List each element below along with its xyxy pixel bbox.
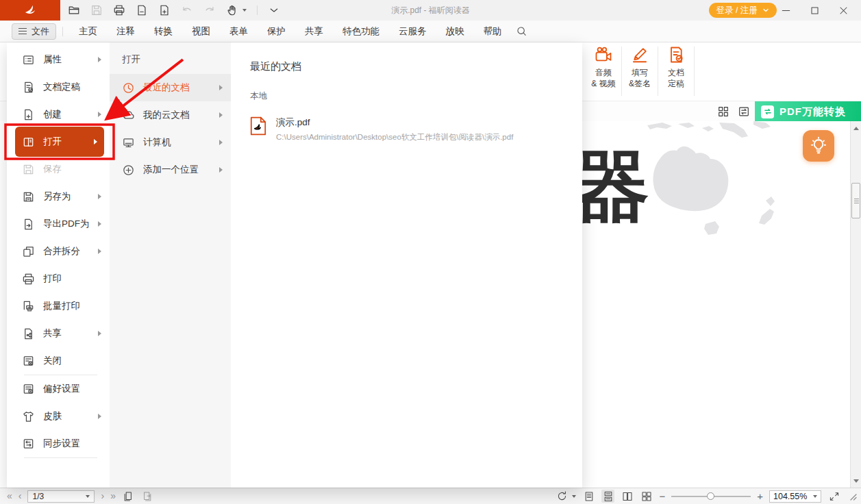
file-menu-divider: [24, 457, 97, 458]
first-page-button[interactable]: «: [7, 488, 12, 504]
save-icon: [22, 163, 35, 176]
file-menu-item-create[interactable]: 创建: [7, 101, 110, 128]
menubar-separator: [62, 27, 63, 36]
search-icon[interactable]: [513, 23, 531, 40]
menu-tab-slideshow[interactable]: 放映: [436, 25, 474, 38]
open-panel-item-computer[interactable]: 计算机: [110, 129, 231, 156]
login-register-button[interactable]: 登录 / 注册: [709, 3, 777, 18]
collapse-toolbar-chevron-icon[interactable]: [268, 4, 280, 16]
submenu-arrow-icon: [98, 194, 101, 199]
menu-tab-form[interactable]: 表单: [220, 25, 258, 38]
computer-icon: [122, 136, 135, 149]
zoom-out-button[interactable]: −: [659, 490, 665, 503]
redo-icon[interactable]: [203, 4, 216, 16]
combo-caret-icon: [813, 495, 817, 498]
menu-tab-share[interactable]: 共享: [295, 25, 333, 38]
ribbon-button-fill-sign[interactable]: 填写 &签名: [623, 45, 657, 89]
menu-tab-comment[interactable]: 注释: [107, 25, 145, 38]
menu-tab-help[interactable]: 帮助: [474, 25, 512, 38]
file-menu-item-batch-print[interactable]: 批量打印: [7, 292, 110, 320]
file-menu-item-sync-settings[interactable]: 同步设置: [7, 430, 110, 457]
zoom-slider-thumb[interactable]: [707, 492, 714, 500]
next-page-button[interactable]: ›: [101, 488, 104, 504]
file-menu-item-export-pdf[interactable]: 导出PDF为: [7, 210, 110, 238]
minimize-button[interactable]: [771, 0, 800, 21]
save-icon[interactable]: [90, 4, 103, 16]
menu-tab-view[interactable]: 视图: [182, 25, 220, 38]
file-menu-item-merge-split[interactable]: 合并拆分: [7, 238, 110, 265]
menu-tab-convert[interactable]: 转换: [145, 25, 182, 38]
local-section-label: 本地: [250, 90, 582, 102]
pdf-converter-button[interactable]: PDF万能转换: [755, 101, 861, 122]
prev-page-button[interactable]: ‹: [18, 488, 22, 504]
file-menu-item-properties[interactable]: 属性: [7, 46, 110, 73]
file-menu-item-print[interactable]: 打印: [7, 265, 110, 292]
file-menu-item-label: 属性: [43, 53, 62, 66]
multi-page-button[interactable]: [640, 490, 653, 503]
menu-tab-cloud[interactable]: 云服务: [389, 25, 436, 38]
file-menu-item-label: 另存为: [43, 190, 71, 203]
open-panel-item-label: 计算机: [143, 136, 171, 149]
share-doc-icon: [22, 327, 35, 340]
ribbon-button-doc-finalize[interactable]: 文档 定稿: [659, 45, 693, 89]
file-menu-item-skin[interactable]: 皮肤: [7, 403, 110, 430]
hand-tool-icon[interactable]: [226, 4, 238, 16]
close-doc-icon: [22, 355, 35, 368]
export-pdf-icon: [22, 218, 35, 231]
rotate-view-button[interactable]: [556, 490, 569, 503]
maximize-button[interactable]: [800, 0, 829, 21]
file-menu-item-save-as[interactable]: 另存为: [7, 183, 110, 210]
file-menu-item-close[interactable]: 关闭: [7, 347, 110, 375]
submenu-arrow-icon: [98, 331, 101, 336]
single-page-button[interactable]: [582, 490, 595, 503]
file-menu-item-open[interactable]: 打开: [15, 127, 104, 157]
recent-file-item[interactable]: 演示.pdfC:\Users\Administrator\Desktop\seo…: [250, 116, 582, 142]
hand-tool-dropdown-caret[interactable]: [242, 9, 247, 12]
page-number-combobox[interactable]: 1/3: [27, 490, 95, 503]
undo-icon[interactable]: [181, 4, 193, 16]
more-tools-grid-icon[interactable]: [716, 105, 730, 118]
close-button[interactable]: [829, 0, 858, 21]
export-doc-icon[interactable]: [136, 4, 148, 16]
open-folder-icon[interactable]: [68, 4, 80, 16]
open-panel-item-add-location[interactable]: 添加一个位置: [110, 156, 231, 184]
last-page-button[interactable]: »: [110, 488, 116, 504]
submenu-arrow-icon: [219, 85, 223, 90]
scroll-down-button[interactable]: [851, 476, 861, 486]
zoom-slider[interactable]: [671, 492, 751, 501]
open-panel-item-label: 最近的文档: [143, 81, 190, 94]
zoom-level-combobox[interactable]: 104.55%: [769, 490, 821, 503]
rotate-dropdown-caret[interactable]: [572, 495, 576, 498]
facing-page-button[interactable]: [621, 490, 634, 503]
open-panel-item-my-cloud-docs[interactable]: 我的云文档: [110, 101, 231, 129]
next-view-button[interactable]: [141, 490, 154, 503]
file-menu-list: 属性文档定稿创建打开保存另存为导出PDF为合并拆分打印批量打印共享关闭偏好设置皮…: [7, 42, 110, 488]
previous-view-button[interactable]: [122, 490, 135, 503]
print-icon[interactable]: [113, 4, 125, 16]
open-panel-item-recent-docs[interactable]: 最近的文档: [110, 74, 231, 101]
tip-lightbulb-button[interactable]: [803, 130, 834, 162]
clock-icon: [122, 81, 135, 94]
open-panel: 打开 最近的文档我的云文档计算机添加一个位置: [110, 42, 231, 488]
pdf-file-icon: [250, 116, 266, 136]
fullscreen-button[interactable]: [827, 490, 840, 503]
new-doc-icon[interactable]: [158, 4, 171, 16]
menu-tab-protect[interactable]: 保护: [258, 25, 295, 38]
resize-grip[interactable]: [848, 492, 857, 501]
file-menu-item-preferences[interactable]: 偏好设置: [7, 375, 110, 403]
scroll-up-button[interactable]: [851, 123, 861, 134]
vertical-scrollbar[interactable]: [850, 121, 861, 488]
open-icon: [22, 136, 35, 149]
file-menu-item-doc-finalize[interactable]: 文档定稿: [7, 73, 110, 101]
file-menu-button[interactable]: 文件: [12, 23, 56, 40]
file-menu-item-share[interactable]: 共享: [7, 320, 110, 347]
page-convert-icon[interactable]: [737, 105, 751, 118]
ribbon-button-audio-video[interactable]: 音频 & 视频: [586, 45, 621, 89]
submenu-arrow-icon: [219, 167, 223, 173]
submenu-arrow-icon: [219, 112, 223, 118]
menu-tab-home[interactable]: 主页: [69, 25, 107, 38]
scroll-thumb[interactable]: [851, 183, 860, 218]
continuous-page-button[interactable]: [601, 490, 614, 503]
menu-tab-features[interactable]: 特色功能: [333, 25, 389, 38]
zoom-in-button[interactable]: +: [757, 490, 763, 503]
